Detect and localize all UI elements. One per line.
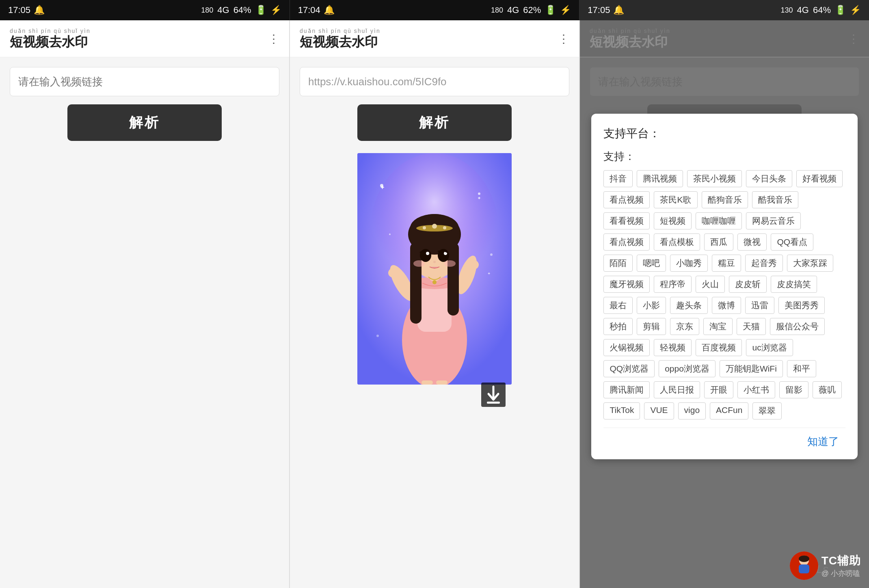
network-2: 4G bbox=[507, 5, 519, 15]
platform-tag: 轻视频 bbox=[654, 339, 692, 356]
title-pinyin-1: duǎn shì pín qù shuǐ yìn bbox=[10, 28, 91, 34]
watermark-tc: TC辅助 bbox=[821, 553, 861, 569]
platform-tag: vigo bbox=[678, 402, 706, 419]
notification-icon-2: 🔔 bbox=[324, 5, 335, 15]
panel-overlay[interactable]: 支持平台： 支持： 抖音腾讯视频茶民小视频今日头条好看视频看点视频茶民K歌酷狗音… bbox=[580, 20, 869, 588]
platform-tag: 小咖秀 bbox=[670, 255, 708, 272]
platform-tag: 腾讯新闻 bbox=[603, 381, 650, 398]
platform-tag: 火锅视频 bbox=[603, 339, 650, 356]
watermark-logo bbox=[790, 551, 818, 580]
panel-2: duǎn shì pín qù shuǐ yìn 短视频去水印 ⋮ 解析 bbox=[290, 20, 580, 588]
platform-tag: 剪辑 bbox=[637, 318, 666, 335]
platform-tag: 小红书 bbox=[737, 381, 775, 398]
platform-tag: 翠翠 bbox=[752, 402, 782, 419]
platform-tag: 短视频 bbox=[654, 212, 692, 229]
svg-point-36 bbox=[388, 268, 400, 278]
platform-tag: 好看视频 bbox=[796, 170, 843, 187]
platform-tag: 微视 bbox=[737, 233, 767, 251]
svg-point-25 bbox=[443, 226, 446, 229]
svg-point-23 bbox=[432, 224, 437, 229]
panel-1: duǎn shì pín qù shuǐ yìn 短视频去水印 ⋮ 解析 bbox=[0, 20, 290, 588]
status-section-2: 17:04 🔔 180 4G 62% 🔋 ⚡ bbox=[290, 0, 580, 20]
titlebar-1: duǎn shì pín qù shuǐ yìn 短视频去水印 ⋮ bbox=[0, 20, 289, 57]
url-input-2[interactable] bbox=[300, 67, 569, 96]
battery-icon-1: 🔋 bbox=[255, 5, 266, 15]
platform-tag: 咖喱咖喱 bbox=[696, 212, 742, 229]
platform-tag: 大家泵踩 bbox=[787, 255, 833, 272]
app-title-1: duǎn shì pín qù shuǐ yìn 短视频去水印 bbox=[10, 28, 91, 50]
platform-tag: 淘宝 bbox=[703, 318, 733, 335]
svg-point-4 bbox=[389, 233, 391, 235]
dialog-ok-button[interactable]: 知道了 bbox=[801, 432, 845, 451]
battery-pct-1: 64% bbox=[233, 5, 251, 15]
title-pinyin-2: duǎn shì pín qù shuǐ yìn bbox=[300, 28, 380, 34]
parse-button-2[interactable]: 解析 bbox=[357, 104, 512, 141]
status-right-1: 180 4G 64% 🔋 ⚡ bbox=[201, 5, 281, 15]
svg-rect-39 bbox=[487, 402, 500, 404]
platform-tag: 京东 bbox=[670, 318, 699, 335]
svg-point-32 bbox=[444, 260, 456, 267]
status-right-3: 130 4G 64% 🔋 ⚡ bbox=[781, 5, 861, 15]
svg-point-33 bbox=[432, 280, 437, 284]
svg-rect-42 bbox=[799, 564, 809, 573]
svg-point-37 bbox=[467, 260, 479, 270]
platform-tag: 魔牙视频 bbox=[603, 276, 650, 293]
platform-tag: 火山 bbox=[696, 276, 725, 293]
status-left-2: 17:04 🔔 bbox=[298, 5, 335, 15]
logo-svg bbox=[790, 551, 818, 580]
platform-tag: 最右 bbox=[603, 297, 633, 314]
watermark-label: TC辅助 @ 小亦唠嗑 bbox=[821, 553, 861, 578]
platform-tag: 人民日报 bbox=[654, 381, 700, 398]
menu-button-2[interactable]: ⋮ bbox=[558, 32, 569, 45]
panel-3: duǎn shì pín qù shuǐ yìn 短视频去水印 ⋮ 解析 支持平… bbox=[580, 20, 869, 588]
dialog-title: 支持平台： bbox=[603, 126, 845, 141]
signal-2: 180 bbox=[491, 6, 503, 15]
title-text-2: 短视频去水印 bbox=[300, 34, 380, 50]
download-button[interactable] bbox=[479, 380, 508, 409]
platform-tag: 看点视频 bbox=[603, 233, 650, 251]
parse-button-1[interactable]: 解析 bbox=[67, 104, 222, 141]
svg-text:✦: ✦ bbox=[487, 271, 491, 276]
signal-1: 180 bbox=[201, 6, 213, 15]
platform-dialog: 支持平台： 支持： 抖音腾讯视频茶民小视频今日头条好看视频看点视频茶民K歌酷狗音… bbox=[591, 114, 857, 459]
svg-text:✦: ✦ bbox=[380, 184, 385, 191]
battery-pct-3: 64% bbox=[813, 5, 831, 15]
video-content-svg: ✦ ✦ ✦ bbox=[357, 153, 512, 385]
platform-tag: 迅雷 bbox=[745, 297, 774, 314]
platform-tag: 秒拍 bbox=[603, 318, 633, 335]
bolt-icon-1: ⚡ bbox=[270, 5, 281, 15]
platform-tag: QQ看点 bbox=[771, 233, 813, 251]
svg-rect-35 bbox=[436, 380, 447, 385]
network-3: 4G bbox=[797, 5, 809, 15]
status-left-1: 17:05 🔔 bbox=[8, 5, 45, 15]
platform-tag: 今日头条 bbox=[746, 170, 792, 187]
platform-tag: 网易云音乐 bbox=[746, 212, 801, 229]
time-2: 17:04 bbox=[298, 5, 320, 15]
platform-tag: 开眼 bbox=[704, 381, 733, 398]
notification-icon-1: 🔔 bbox=[34, 5, 45, 15]
platform-tag: 腾讯视频 bbox=[637, 170, 683, 187]
status-section-1: 17:05 🔔 180 4G 64% 🔋 ⚡ bbox=[0, 0, 290, 20]
platform-tag: TikTok bbox=[603, 402, 640, 419]
platform-tag: 和平 bbox=[787, 360, 816, 377]
platform-tag: 趣头条 bbox=[670, 297, 708, 314]
svg-point-31 bbox=[413, 260, 425, 267]
platform-tag: VUE bbox=[644, 402, 674, 419]
url-input-1[interactable] bbox=[10, 67, 279, 96]
svg-point-3 bbox=[478, 192, 480, 195]
video-result: ✦ ✦ ✦ bbox=[300, 149, 569, 578]
platform-tag: uc浏览器 bbox=[746, 339, 793, 356]
platform-tag: 起音秀 bbox=[745, 255, 783, 272]
platform-tags: 抖音腾讯视频茶民小视频今日头条好看视频看点视频茶民K歌酷狗音乐酷我音乐看看视频短… bbox=[603, 170, 845, 419]
platform-tag: 程序帝 bbox=[654, 276, 692, 293]
platform-tag: QQ浏览器 bbox=[603, 360, 655, 377]
title-text-1: 短视频去水印 bbox=[10, 34, 91, 50]
platform-tag: 天猫 bbox=[737, 318, 766, 335]
platform-tag: 皮皮搞笑 bbox=[771, 276, 817, 293]
platform-tag: ACFun bbox=[710, 402, 748, 419]
watermark-site: @ 小亦唠嗑 bbox=[821, 569, 861, 578]
bolt-icon-3: ⚡ bbox=[850, 5, 861, 15]
svg-rect-19 bbox=[410, 242, 422, 324]
menu-button-1[interactable]: ⋮ bbox=[268, 32, 279, 45]
platform-tag: 留影 bbox=[779, 381, 808, 398]
